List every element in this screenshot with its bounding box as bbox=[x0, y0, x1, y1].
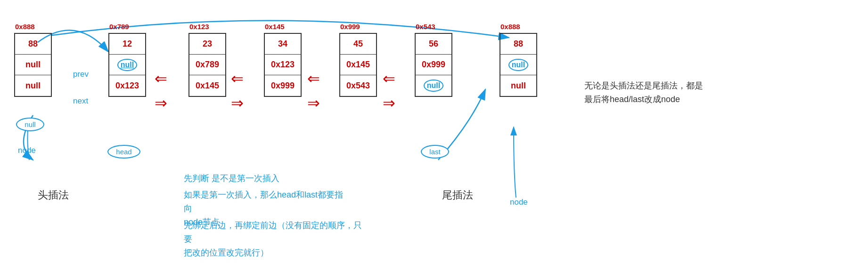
cell-0-1: null bbox=[15, 55, 51, 75]
cell-4-0: 45 bbox=[340, 34, 376, 55]
head-insert-label: 头插法 bbox=[38, 188, 69, 202]
node-box-0: 88 null null bbox=[14, 33, 52, 97]
cell-0-2: null bbox=[15, 75, 51, 96]
cell-3-0: 34 bbox=[265, 34, 301, 55]
arrow-left-4: ⇐ bbox=[383, 70, 395, 87]
info-text-1: 先判断 是不是第一次插入 bbox=[184, 172, 279, 185]
cell-5-0: 56 bbox=[416, 34, 451, 55]
addr-node3: 0x145 bbox=[265, 23, 285, 31]
cell-6-2: null bbox=[500, 75, 536, 96]
cell-5-1: 0x999 bbox=[416, 55, 451, 75]
arrow-right-3: ⇒ bbox=[307, 94, 320, 112]
side-note: 无论是头插法还是尾插法，都是最后将head/last改成node bbox=[584, 79, 703, 106]
addr-node6: 0x888 bbox=[500, 23, 520, 31]
node-box-5: 56 0x999 null bbox=[415, 33, 452, 97]
addr-node5: 0x543 bbox=[416, 23, 435, 31]
addr-node4: 0x999 bbox=[340, 23, 360, 31]
last-circle: last bbox=[421, 145, 449, 159]
node-box-4: 45 0x145 0x543 bbox=[339, 33, 377, 97]
arrow-right-4: ⇒ bbox=[383, 94, 395, 112]
main-canvas: 0x888 88 null null null node 0x789 12 nu… bbox=[0, 0, 868, 278]
addr-node1: 0x789 bbox=[109, 23, 129, 31]
cell-0-0: 88 bbox=[15, 34, 51, 55]
addr-node0: 0x888 bbox=[15, 23, 35, 31]
cell-5-2: null bbox=[416, 75, 451, 96]
cell-4-1: 0x145 bbox=[340, 55, 376, 75]
node-box-3: 34 0x123 0x999 bbox=[264, 33, 302, 97]
cell-6-1: null bbox=[500, 55, 536, 75]
cell-2-0: 23 bbox=[189, 34, 225, 55]
addr-node2: 0x123 bbox=[189, 23, 209, 31]
cell-6-0: 88 bbox=[500, 34, 536, 55]
node6-label: node bbox=[510, 198, 528, 207]
node-box-1: 12 null 0x123 bbox=[108, 33, 146, 97]
tail-insert-label: 尾插法 bbox=[442, 188, 473, 202]
next-label: next bbox=[73, 96, 88, 106]
prev-label: prev bbox=[73, 70, 89, 79]
arrow-left-3: ⇐ bbox=[307, 70, 320, 87]
arrow-right-1: ⇒ bbox=[155, 94, 167, 112]
node-box-6: 88 null null bbox=[500, 33, 537, 97]
head-circle: head bbox=[107, 145, 140, 159]
cell-4-2: 0x543 bbox=[340, 75, 376, 96]
info-text-3: 先绑定后边，再绑定前边（没有固定的顺序，只要把改的位置改完就行） bbox=[184, 219, 363, 259]
cell-3-1: 0x123 bbox=[265, 55, 301, 75]
node-box-2: 23 0x789 0x145 bbox=[188, 33, 226, 97]
cell-2-1: 0x789 bbox=[189, 55, 225, 75]
cell-2-2: 0x145 bbox=[189, 75, 225, 96]
arrow-left-2: ⇐ bbox=[231, 70, 244, 87]
arrow-left-1: ⇐ bbox=[155, 70, 167, 87]
cell-1-2: 0x123 bbox=[109, 75, 145, 96]
cell-3-2: 0x999 bbox=[265, 75, 301, 96]
cell-1-1: null bbox=[109, 55, 145, 75]
node0-label: node bbox=[18, 146, 36, 155]
node0-circle: null bbox=[16, 118, 44, 131]
cell-1-0: 12 bbox=[109, 34, 145, 55]
arrow-right-2: ⇒ bbox=[231, 94, 244, 112]
